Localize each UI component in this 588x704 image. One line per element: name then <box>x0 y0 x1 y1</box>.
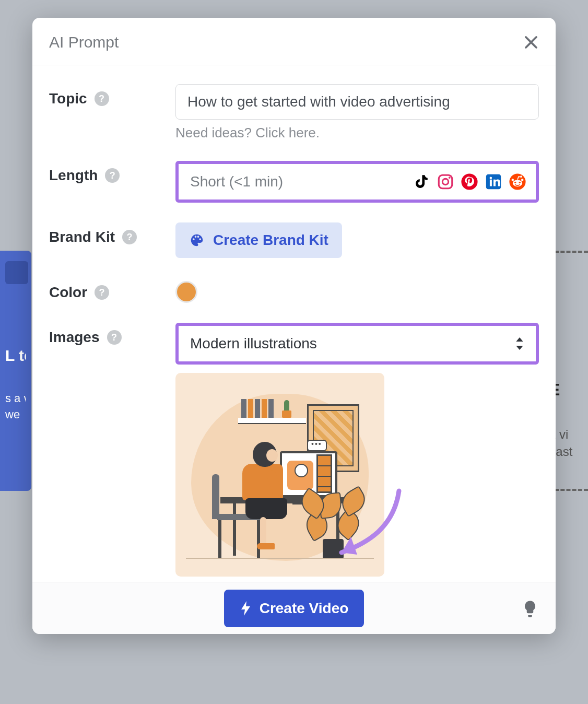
color-label: Color <box>49 284 87 301</box>
modal-header: AI Prompt <box>32 18 556 65</box>
close-icon <box>523 34 539 50</box>
color-help-icon[interactable]: ? <box>95 285 109 300</box>
svg-point-10 <box>512 179 514 181</box>
length-platform-icons <box>413 173 526 191</box>
svg-point-1 <box>442 179 448 184</box>
bg-left-line2: we <box>5 407 26 423</box>
color-row: Color ? <box>49 278 539 303</box>
linkedin-icon <box>485 173 502 191</box>
create-brand-kit-button[interactable]: Create Brand Kit <box>175 222 342 258</box>
bolt-icon <box>240 601 252 616</box>
images-help-icon[interactable]: ? <box>107 330 122 345</box>
topic-row: Topic ? Need ideas? Click here. <box>49 84 539 141</box>
svg-point-8 <box>519 182 521 183</box>
length-help-icon[interactable]: ? <box>105 168 120 183</box>
length-row: Length ? Short (<1 min) <box>49 161 539 203</box>
images-field-col: Modern illustrations <box>175 323 539 577</box>
brandkit-label: Brand Kit <box>49 229 115 245</box>
bg-left-line1: s a v <box>5 391 26 407</box>
palette-icon <box>189 232 205 248</box>
pinterest-icon <box>461 173 478 191</box>
create-video-button[interactable]: Create Video <box>224 590 364 627</box>
length-select[interactable]: Short (<1 min) <box>175 161 539 203</box>
select-caret-icon <box>515 337 524 350</box>
length-field-col: Short (<1 min) <box>175 161 539 203</box>
length-value: Short (<1 min) <box>190 173 283 190</box>
svg-point-7 <box>514 182 516 183</box>
topic-input[interactable] <box>175 84 539 120</box>
ai-prompt-modal: AI Prompt Topic ? Need ideas? Click here… <box>32 18 556 634</box>
close-button[interactable] <box>523 34 539 50</box>
images-label-col: Images ? <box>49 323 175 346</box>
modal-title: AI Prompt <box>49 33 119 51</box>
create-video-label: Create Video <box>260 600 349 617</box>
svg-point-3 <box>461 173 477 190</box>
tiktok-icon <box>413 173 430 191</box>
topic-hint-link[interactable]: Need ideas? Click here. <box>175 125 539 141</box>
images-select[interactable]: Modern illustrations <box>175 323 539 365</box>
color-swatch[interactable] <box>175 281 197 303</box>
brandkit-button-label: Create Brand Kit <box>213 232 328 249</box>
illustration-preview <box>175 373 384 577</box>
topic-help-icon[interactable]: ? <box>95 91 109 106</box>
lightbulb-icon <box>522 600 538 618</box>
background-icon-placeholder <box>5 261 28 284</box>
brandkit-field-col: Create Brand Kit <box>175 222 539 258</box>
length-label: Length <box>49 167 98 184</box>
svg-point-9 <box>521 179 524 181</box>
images-label: Images <box>49 329 100 346</box>
reddit-icon <box>509 173 526 191</box>
modal-body: Topic ? Need ideas? Click here. Length ?… <box>32 65 556 582</box>
topic-field-col: Need ideas? Click here. <box>175 84 539 141</box>
color-field-col <box>175 278 539 303</box>
brandkit-row: Brand Kit ? Create Brand Kit <box>49 222 539 258</box>
topic-label-col: Topic ? <box>49 84 175 107</box>
svg-point-2 <box>449 177 451 179</box>
background-card-left: L to s a v we <box>0 251 31 491</box>
length-label-col: Length ? <box>49 161 175 184</box>
instagram-icon <box>437 173 454 191</box>
topic-label: Topic <box>49 90 87 107</box>
bg-left-title: L to <box>5 347 26 365</box>
modal-footer: Create Video <box>32 582 556 634</box>
images-selected-value: Modern illustrations <box>190 335 317 352</box>
brandkit-help-icon[interactable]: ? <box>122 230 137 244</box>
brandkit-label-col: Brand Kit ? <box>49 222 175 245</box>
images-row: Images ? Modern illustrations <box>49 323 539 577</box>
color-label-col: Color ? <box>49 278 175 301</box>
tips-button[interactable] <box>522 600 538 617</box>
